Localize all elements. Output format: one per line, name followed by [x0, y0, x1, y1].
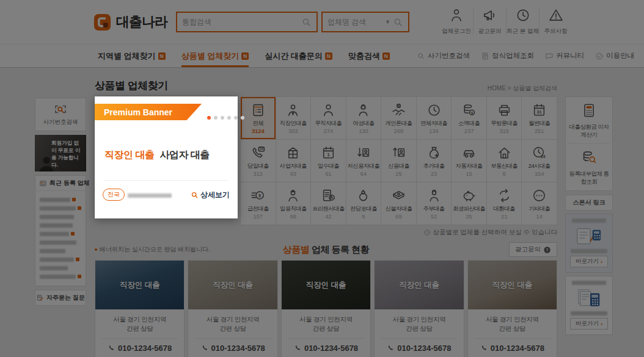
pagination-dot[interactable]	[241, 116, 244, 120]
pagination-dot[interactable]	[234, 116, 238, 120]
search-icon	[191, 191, 199, 199]
banner-title-rest: 사업자 대출	[159, 150, 209, 160]
pagination-dot[interactable]	[207, 116, 211, 120]
pagination-dot[interactable]	[214, 116, 218, 120]
banner-divider	[104, 180, 228, 181]
loan-nara-page: 대출나라 ▼ 업체로그인광고문의최근 본 업체주의사항 지역별 업체찾기N상품별…	[0, 0, 644, 357]
premium-banner-ribbon: Premium Banner	[95, 104, 202, 120]
region-badge: 전국	[103, 189, 125, 201]
pagination-dot[interactable]	[221, 116, 224, 120]
banner-company-name-masked	[128, 189, 191, 200]
banner-title-highlight: 직장인 대출	[104, 150, 154, 160]
pagination-dot[interactable]	[227, 116, 231, 120]
premium-banner[interactable]: Premium Banner 직장인 대출 사업자 대출 전국	[95, 96, 238, 218]
banner-pagination-dots	[207, 116, 244, 120]
banner-title: 직장인 대출 사업자 대출	[104, 149, 210, 162]
banner-detail-link[interactable]: 상세보기	[191, 190, 230, 200]
